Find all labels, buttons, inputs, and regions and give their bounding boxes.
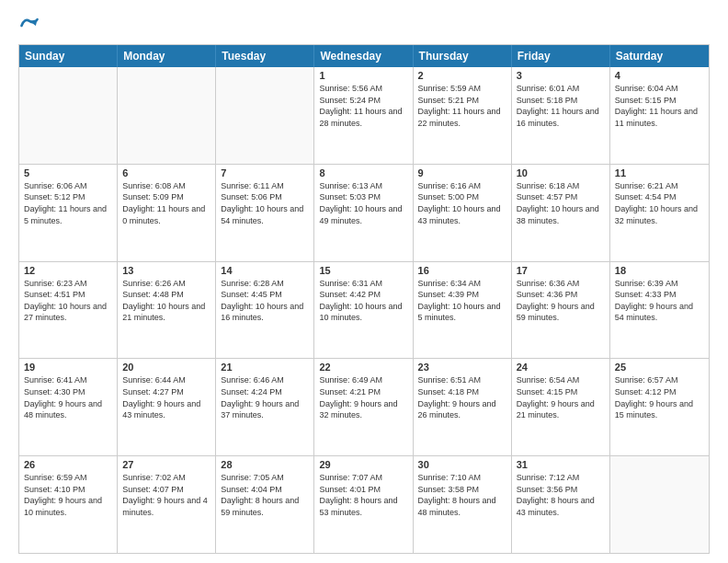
cell-date: 1 (319, 70, 407, 81)
cell-date: 15 (319, 265, 407, 276)
cell-info: Sunrise: 7:02 AM Sunset: 4:07 PM Dayligh… (122, 472, 210, 518)
calendar-cell: 14Sunrise: 6:28 AM Sunset: 4:45 PM Dayli… (216, 262, 314, 359)
cell-date: 3 (517, 70, 605, 81)
cell-info: Sunrise: 6:44 AM Sunset: 4:27 PM Dayligh… (122, 374, 210, 420)
cell-info: Sunrise: 6:21 AM Sunset: 4:54 PM Dayligh… (615, 180, 704, 226)
day-header-friday: Friday (512, 45, 610, 67)
calendar-cell: 19Sunrise: 6:41 AM Sunset: 4:30 PM Dayli… (19, 359, 118, 455)
cell-date: 6 (122, 167, 210, 178)
calendar-cell: 9Sunrise: 6:16 AM Sunset: 5:00 PM Daylig… (414, 165, 512, 261)
cell-info: Sunrise: 6:34 AM Sunset: 4:39 PM Dayligh… (418, 278, 506, 324)
day-header-sunday: Sunday (19, 45, 118, 67)
cell-date: 18 (615, 265, 704, 276)
day-header-wednesday: Wednesday (314, 45, 413, 67)
calendar-cell: 22Sunrise: 6:49 AM Sunset: 4:21 PM Dayli… (314, 359, 413, 455)
cell-date: 30 (418, 459, 506, 470)
cell-info: Sunrise: 6:59 AM Sunset: 4:10 PM Dayligh… (24, 472, 112, 518)
cell-date: 7 (221, 167, 309, 178)
cell-info: Sunrise: 5:59 AM Sunset: 5:21 PM Dayligh… (418, 83, 506, 129)
calendar-cell: 16Sunrise: 6:34 AM Sunset: 4:39 PM Dayli… (414, 262, 512, 359)
calendar-cell: 24Sunrise: 6:54 AM Sunset: 4:15 PM Dayli… (512, 359, 610, 455)
cell-info: Sunrise: 6:18 AM Sunset: 4:57 PM Dayligh… (517, 180, 605, 226)
cell-info: Sunrise: 6:31 AM Sunset: 4:42 PM Dayligh… (319, 278, 407, 324)
calendar-cell: 12Sunrise: 6:23 AM Sunset: 4:51 PM Dayli… (19, 262, 118, 359)
cell-info: Sunrise: 6:39 AM Sunset: 4:33 PM Dayligh… (615, 278, 704, 324)
calendar-cell: 31Sunrise: 7:12 AM Sunset: 3:56 PM Dayli… (512, 456, 610, 553)
cell-info: Sunrise: 6:04 AM Sunset: 5:15 PM Dayligh… (615, 83, 704, 129)
calendar-cell: 7Sunrise: 6:11 AM Sunset: 5:06 PM Daylig… (216, 165, 314, 261)
cell-date: 25 (615, 362, 704, 373)
cell-date: 22 (319, 362, 407, 373)
cell-info: Sunrise: 6:26 AM Sunset: 4:48 PM Dayligh… (122, 278, 210, 324)
calendar-cell: 13Sunrise: 6:26 AM Sunset: 4:48 PM Dayli… (118, 262, 216, 359)
calendar-cell: 8Sunrise: 6:13 AM Sunset: 5:03 PM Daylig… (314, 165, 413, 261)
cell-date: 31 (517, 459, 605, 470)
calendar-cell (19, 67, 118, 164)
cell-info: Sunrise: 6:51 AM Sunset: 4:18 PM Dayligh… (418, 374, 506, 420)
logo-icon (18, 15, 40, 37)
cell-date: 12 (24, 265, 112, 276)
cell-info: Sunrise: 7:05 AM Sunset: 4:04 PM Dayligh… (221, 472, 309, 518)
cell-info: Sunrise: 6:49 AM Sunset: 4:21 PM Dayligh… (319, 374, 407, 420)
cell-info: Sunrise: 6:54 AM Sunset: 4:15 PM Dayligh… (517, 374, 605, 420)
cell-info: Sunrise: 6:36 AM Sunset: 4:36 PM Dayligh… (517, 278, 605, 324)
day-header-saturday: Saturday (610, 45, 709, 67)
cell-date: 9 (418, 167, 506, 178)
cell-date: 23 (418, 362, 506, 373)
cell-info: Sunrise: 6:57 AM Sunset: 4:12 PM Dayligh… (615, 374, 704, 420)
calendar-cell: 18Sunrise: 6:39 AM Sunset: 4:33 PM Dayli… (610, 262, 709, 359)
day-header-thursday: Thursday (414, 45, 512, 67)
day-header-monday: Monday (118, 45, 216, 67)
calendar-cell: 29Sunrise: 7:07 AM Sunset: 4:01 PM Dayli… (314, 456, 413, 553)
cell-date: 27 (122, 459, 210, 470)
calendar-cell: 5Sunrise: 6:06 AM Sunset: 5:12 PM Daylig… (19, 165, 118, 261)
calendar-cell: 3Sunrise: 6:01 AM Sunset: 5:18 PM Daylig… (512, 67, 610, 164)
page: SundayMondayTuesdayWednesdayThursdayFrid… (0, 0, 728, 563)
cell-info: Sunrise: 5:56 AM Sunset: 5:24 PM Dayligh… (319, 83, 407, 129)
calendar-cell: 28Sunrise: 7:05 AM Sunset: 4:04 PM Dayli… (216, 456, 314, 553)
cell-date: 2 (418, 70, 506, 81)
calendar-row-3: 19Sunrise: 6:41 AM Sunset: 4:30 PM Dayli… (19, 358, 709, 455)
cell-info: Sunrise: 6:23 AM Sunset: 4:51 PM Dayligh… (24, 278, 112, 324)
calendar-cell: 20Sunrise: 6:44 AM Sunset: 4:27 PM Dayli… (118, 359, 216, 455)
calendar-body: 1Sunrise: 5:56 AM Sunset: 5:24 PM Daylig… (19, 67, 709, 553)
cell-info: Sunrise: 6:01 AM Sunset: 5:18 PM Dayligh… (517, 83, 605, 129)
cell-date: 8 (319, 167, 407, 178)
calendar-row-1: 5Sunrise: 6:06 AM Sunset: 5:12 PM Daylig… (19, 164, 709, 261)
cell-date: 17 (517, 265, 605, 276)
calendar-cell: 30Sunrise: 7:10 AM Sunset: 3:58 PM Dayli… (414, 456, 512, 553)
calendar-cell (118, 67, 216, 164)
calendar: SundayMondayTuesdayWednesdayThursdayFrid… (18, 44, 710, 554)
cell-info: Sunrise: 6:16 AM Sunset: 5:00 PM Dayligh… (418, 180, 506, 226)
calendar-cell: 1Sunrise: 5:56 AM Sunset: 5:24 PM Daylig… (314, 67, 413, 164)
cell-info: Sunrise: 7:07 AM Sunset: 4:01 PM Dayligh… (319, 472, 407, 518)
cell-date: 21 (221, 362, 309, 373)
cell-date: 13 (122, 265, 210, 276)
header (18, 15, 710, 37)
cell-date: 16 (418, 265, 506, 276)
cell-info: Sunrise: 6:08 AM Sunset: 5:09 PM Dayligh… (122, 180, 210, 226)
calendar-row-4: 26Sunrise: 6:59 AM Sunset: 4:10 PM Dayli… (19, 455, 709, 553)
logo (18, 15, 44, 37)
calendar-cell: 15Sunrise: 6:31 AM Sunset: 4:42 PM Dayli… (314, 262, 413, 359)
calendar-cell: 10Sunrise: 6:18 AM Sunset: 4:57 PM Dayli… (512, 165, 610, 261)
cell-date: 14 (221, 265, 309, 276)
cell-date: 10 (517, 167, 605, 178)
calendar-cell: 23Sunrise: 6:51 AM Sunset: 4:18 PM Dayli… (414, 359, 512, 455)
cell-info: Sunrise: 6:28 AM Sunset: 4:45 PM Dayligh… (221, 278, 309, 324)
cell-date: 28 (221, 459, 309, 470)
cell-info: Sunrise: 7:12 AM Sunset: 3:56 PM Dayligh… (517, 472, 605, 518)
cell-date: 4 (615, 70, 704, 81)
cell-date: 11 (615, 167, 704, 178)
cell-date: 29 (319, 459, 407, 470)
calendar-cell (610, 456, 709, 553)
calendar-cell: 21Sunrise: 6:46 AM Sunset: 4:24 PM Dayli… (216, 359, 314, 455)
cell-date: 19 (24, 362, 112, 373)
cell-info: Sunrise: 6:06 AM Sunset: 5:12 PM Dayligh… (24, 180, 112, 226)
cell-info: Sunrise: 7:10 AM Sunset: 3:58 PM Dayligh… (418, 472, 506, 518)
cell-date: 26 (24, 459, 112, 470)
calendar-cell: 17Sunrise: 6:36 AM Sunset: 4:36 PM Dayli… (512, 262, 610, 359)
calendar-cell: 26Sunrise: 6:59 AM Sunset: 4:10 PM Dayli… (19, 456, 118, 553)
calendar-cell (216, 67, 314, 164)
calendar-cell: 27Sunrise: 7:02 AM Sunset: 4:07 PM Dayli… (118, 456, 216, 553)
